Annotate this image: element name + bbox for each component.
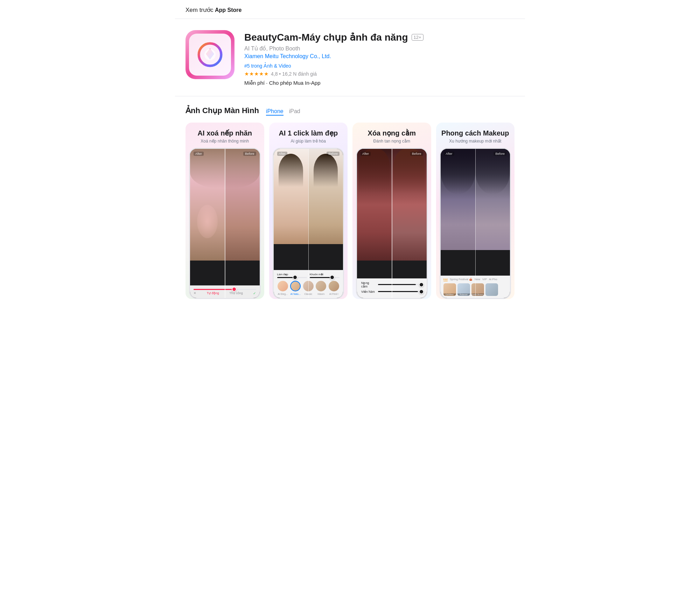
screenshot-card-2: AI 1 click làm đẹp Ai giúp làm trẻ hóa A…: [269, 123, 348, 299]
slider-group-lamdep: Làm đẹp: [277, 273, 307, 278]
slider-fill-1: [194, 289, 234, 290]
filter-img-label-1: GirlWest: [443, 293, 456, 296]
filter-tab-vip[interactable]: VIP: [482, 278, 487, 281]
face-option-1[interactable]: [278, 281, 288, 291]
filter-img-1[interactable]: GirlWest: [443, 283, 456, 296]
ab-bar-2: After Before: [274, 152, 343, 156]
phone-mockup-2: After Before: [273, 148, 344, 299]
screenshots-header: Ảnh Chụp Màn Hình iPhone iPad: [186, 106, 514, 116]
sc-subtitle-2: Ai giúp làm trẻ hóa: [269, 139, 348, 148]
checkmark-btn[interactable]: ✓: [253, 291, 256, 295]
app-rank: #5 trong Ảnh & Video: [244, 63, 514, 69]
filter-tab-ai[interactable]: Ai Pho: [489, 278, 497, 281]
app-price: Miễn phí · Cho phép Mua In-App: [244, 80, 514, 86]
filter-img-label-3: Earth Brown: [471, 293, 484, 296]
face-label-1: AI Eleg...: [278, 293, 288, 295]
slider-label-lamdep: Làm đẹp: [277, 273, 307, 276]
phone-screen-3: After Before: [357, 149, 427, 298]
screenshots-section: Ảnh Chụp Màn Hình iPhone iPad AI xoá nếp…: [175, 96, 525, 310]
filter-tab-hot[interactable]: Hot: [443, 278, 448, 281]
filter-tab-spring[interactable]: Spring Festival 🎪: [450, 278, 472, 281]
manual-mode-btn[interactable]: Thủ công: [229, 291, 243, 295]
slider-label-nongcam: Nọng cằm: [361, 281, 375, 288]
slider-label-vienham: Viền hàm: [361, 290, 375, 293]
app-icon-graphic: [196, 41, 224, 69]
svg-point-2: [204, 49, 216, 60]
face-before-3: [392, 149, 426, 261]
after-label-4: After: [444, 152, 454, 156]
app-rating-row: ★★★★★ 4,8 • 16,2 N đánh giá: [244, 71, 514, 77]
app-details: BeautyCam-Máy chụp ảnh đa năng 12+ AI Tủ…: [244, 30, 514, 86]
filter-img-3[interactable]: Earth Brown: [471, 283, 484, 296]
screenshots-grid: AI xoá nếp nhăn Xoá nếp nhăn thông minh …: [186, 123, 514, 299]
slider-track-lamdep[interactable]: [277, 277, 307, 278]
face-after-4: [441, 149, 475, 250]
auto-mode-btn[interactable]: Tự động: [207, 291, 219, 295]
header-prefix: Xem trước: [186, 7, 214, 13]
sc-title-3: Xóa nọng cằm: [352, 123, 431, 139]
before-label-3: Before: [410, 152, 423, 156]
app-title-row: BeautyCam-Máy chụp ảnh đa năng 12+: [244, 32, 514, 43]
face-after-2: [274, 149, 308, 244]
face-option-5[interactable]: [329, 281, 339, 291]
sc-title-1: AI xoá nếp nhăn: [186, 123, 264, 139]
sc-subtitle-3: Đánh tan nọng cằm: [352, 139, 431, 148]
age-rating-badge: 12+: [412, 34, 424, 41]
face-label-5: AI First I: [329, 293, 339, 295]
phone-mockup-4: After Before: [440, 148, 511, 299]
after-label-1: After: [194, 152, 204, 156]
before-label-1: Before: [243, 152, 256, 156]
star-rating: ★★★★★: [244, 71, 269, 77]
full-slider-track-1[interactable]: [378, 284, 422, 285]
face-label-4: Inborn: [316, 293, 326, 295]
sc-title-4: Phong cách Makeup: [436, 123, 515, 139]
before-label-4: Before: [493, 152, 506, 156]
x-btn[interactable]: ✕: [194, 291, 196, 295]
divider-2: [308, 149, 309, 298]
screenshot-card-3: Xóa nọng cằm Đánh tan nọng cằm After Bef…: [352, 123, 431, 299]
rating-count: 4,8 • 16,2 N đánh giá: [271, 71, 317, 77]
header-title: App Store: [215, 7, 241, 13]
phone-mockup-1: After Before: [189, 148, 261, 299]
after-label-3: After: [360, 152, 371, 156]
screenshots-title: Ảnh Chụp Màn Hình: [186, 106, 259, 115]
divider-3: [392, 149, 392, 298]
face-after-3: [357, 149, 392, 261]
sc-title-2: AI 1 click làm đẹp: [269, 123, 348, 139]
app-title: BeautyCam-Máy chụp ảnh đa năng: [244, 32, 408, 43]
phone-screen-2: After Before: [274, 149, 343, 298]
app-subtitle: AI Tủ đồ, Photo Booth: [244, 45, 514, 52]
face-option-2[interactable]: [290, 281, 301, 291]
screenshot-card-4: Phong cách Makeup Xu hướng makeup mới nh…: [436, 123, 515, 299]
device-tabs: iPhone iPad: [266, 108, 300, 116]
tab-ipad[interactable]: iPad: [289, 108, 300, 116]
screenshot-card-1: AI xoá nếp nhăn Xoá nếp nhăn thông minh …: [186, 123, 264, 299]
slider-group-khuonmat: Khuôn mặt: [310, 273, 340, 278]
tab-iphone[interactable]: iPhone: [266, 108, 284, 116]
before-label-2: Before: [327, 152, 340, 156]
face-before-4: [475, 149, 510, 250]
divider-4: [475, 149, 476, 298]
app-icon: [186, 30, 234, 79]
phone-mockup-3: After Before: [356, 148, 428, 299]
sc-subtitle-1: Xoá nếp nhăn thông minh: [186, 139, 264, 148]
filter-img-2[interactable]: Polaroid: [457, 283, 470, 296]
slider-label-khuonmat: Khuôn mặt: [310, 273, 340, 276]
ab-bar-4: After Before: [441, 152, 510, 156]
face-before-2: [308, 149, 343, 244]
divider-1: [225, 149, 225, 298]
slider-track-khuonmat[interactable]: [310, 277, 340, 278]
face-option-4[interactable]: [316, 281, 326, 291]
filter-img-label-2: Polaroid: [457, 293, 470, 296]
sc-subtitle-4: Xu hướng makeup mới nhất: [436, 139, 515, 148]
phone-screen-4: After Before: [441, 149, 510, 298]
filter-img-4[interactable]: [485, 283, 498, 296]
ab-bar-3: After Before: [357, 152, 427, 156]
header-bar: Xem trước App Store: [175, 0, 525, 19]
after-label-2: After: [277, 152, 287, 156]
face-label-2: AI Natu...: [290, 293, 301, 295]
app-info-section: BeautyCam-Máy chụp ảnh đa năng 12+ AI Tủ…: [175, 19, 525, 96]
full-slider-track-2[interactable]: [378, 291, 422, 292]
app-developer[interactable]: Xiamen Meitu Technology Co., Ltd.: [244, 53, 514, 60]
phone-screen-1: After Before: [190, 149, 260, 298]
